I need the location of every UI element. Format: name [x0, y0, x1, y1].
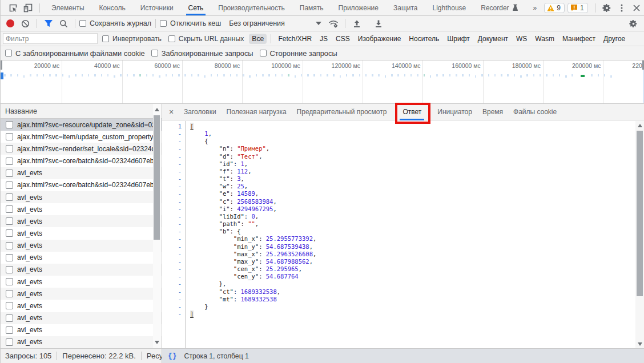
filter-chip-css[interactable]: CSS	[333, 34, 353, 44]
close-details-icon[interactable]: ×	[164, 107, 179, 116]
clear-icon[interactable]	[18, 17, 33, 30]
settings-gear-icon[interactable]	[599, 1, 614, 15]
request-row[interactable]: avl_evts	[1, 167, 162, 179]
request-checkbox[interactable]	[6, 121, 13, 128]
scroll-down-icon[interactable]	[638, 342, 642, 346]
scrollbar-thumb[interactable]	[637, 131, 643, 296]
network-settings-gear-icon[interactable]	[626, 17, 641, 30]
request-row[interactable]: avl_evts	[1, 191, 162, 203]
request-checkbox[interactable]	[6, 326, 13, 334]
request-checkbox[interactable]	[6, 290, 13, 297]
filter-chip-wasm[interactable]: Wasm	[532, 34, 557, 44]
main-tab-элементы[interactable]: Элементы	[44, 0, 92, 15]
request-checkbox[interactable]	[6, 229, 13, 237]
response-editor[interactable]: 1------------------------- [ 1, { "n": "…	[162, 121, 644, 348]
main-tab-консоль[interactable]: Консоль	[92, 0, 133, 15]
request-row[interactable]: avl_evts	[1, 264, 162, 276]
timeline-overview[interactable]: 20000 мс40000 мс60000 мс80000 мс100000 м…	[1, 61, 644, 104]
request-row[interactable]: ajax.html?svc=core/batch&sid=02324d607eb	[1, 155, 162, 167]
request-row[interactable]: avl_evts	[1, 215, 162, 227]
request-row[interactable]: avl_evts	[1, 324, 162, 336]
warnings-badge[interactable]: 9	[544, 3, 565, 13]
checkbox[interactable]	[151, 50, 158, 57]
name-column-header[interactable]: Название	[5, 107, 37, 115]
request-checkbox[interactable]	[6, 217, 13, 225]
request-checkbox[interactable]	[6, 242, 13, 249]
request-checkbox[interactable]	[6, 278, 13, 285]
request-row[interactable]: avl_evts	[1, 203, 162, 215]
filter-funnel-icon[interactable]	[41, 17, 56, 30]
details-tab-файлы-cookie[interactable]: Файлы cookie	[508, 104, 562, 120]
request-row[interactable]: avl_evts	[1, 312, 162, 324]
request-checkbox[interactable]	[6, 170, 13, 177]
filter-chip-js[interactable]: JS	[317, 34, 331, 44]
request-checkbox[interactable]	[6, 205, 13, 213]
main-tab-память[interactable]: Память	[292, 0, 331, 15]
more-options-kebab-icon[interactable]	[614, 1, 629, 15]
filter-chip-fetch-xhr[interactable]: Fetch/XHR	[275, 34, 315, 44]
timeline-left-handle[interactable]	[1, 61, 2, 70]
request-list-scrollbar[interactable]	[153, 104, 161, 348]
checkbox[interactable]	[168, 35, 175, 42]
request-row[interactable]: avl_evts	[1, 288, 162, 300]
request-checkbox[interactable]	[6, 302, 13, 309]
request-checkbox[interactable]	[6, 266, 13, 273]
request-row[interactable]: ajax.html?svc=core/batch&sid=02324d607eb	[1, 179, 162, 191]
filter-chip-манифест[interactable]: Манифест	[560, 34, 598, 44]
filter-chip-другое[interactable]: Другое	[601, 34, 628, 44]
scroll-up-icon[interactable]	[638, 124, 642, 127]
main-tab-защита[interactable]: Защита	[386, 0, 425, 15]
request-row[interactable]: ajax.html?svc=resource/update_zone&sid=0…	[1, 119, 162, 131]
request-checkbox[interactable]	[6, 314, 13, 322]
main-tab-источники[interactable]: Источники	[133, 0, 181, 15]
filter-chip-носитель[interactable]: Носитель	[406, 34, 442, 44]
blocked-cookies-checkbox[interactable]: С заблокированными файлами cookie	[5, 49, 145, 58]
checkbox[interactable]	[160, 20, 167, 27]
main-tab-сеть[interactable]: Сеть	[181, 0, 211, 15]
blocked-requests-checkbox[interactable]: Заблокированные запросы	[151, 49, 253, 58]
request-checkbox[interactable]	[6, 133, 13, 140]
details-tab-предварительный-просмотр[interactable]: Предварительный просмотр	[292, 104, 392, 120]
request-checkbox[interactable]	[6, 182, 13, 189]
request-row[interactable]: avl_evts	[1, 336, 162, 348]
details-tab-время[interactable]: Время	[477, 104, 508, 120]
hide-data-urls-checkbox[interactable]: Скрыть URL данных	[168, 35, 244, 43]
more-tabs-chevron[interactable]: »	[526, 0, 545, 15]
export-har-icon[interactable]	[371, 17, 386, 30]
throttling-select[interactable]: Без ограничения	[229, 19, 321, 27]
request-row[interactable]: avl_evts	[1, 252, 162, 264]
main-tab-приложение[interactable]: Приложение	[331, 0, 386, 15]
response-code[interactable]: [ 1, { "n": "Пример", "d": "Тест", "id":…	[190, 121, 635, 348]
issues-badge[interactable]: 1	[567, 3, 588, 13]
import-har-icon[interactable]	[349, 17, 364, 30]
checkbox[interactable]	[5, 50, 12, 57]
checkbox[interactable]	[260, 50, 267, 57]
request-row[interactable]: ajax.html?svc=item/update_custom_propert…	[1, 131, 162, 143]
details-tab-полезная-нагрузка[interactable]: Полезная нагрузка	[222, 104, 292, 120]
search-icon[interactable]	[56, 17, 71, 30]
request-checkbox[interactable]	[6, 338, 13, 346]
inspect-element-icon[interactable]	[6, 1, 21, 15]
filter-chip-ws[interactable]: WS	[513, 34, 530, 44]
request-checkbox[interactable]	[6, 193, 13, 201]
request-checkbox[interactable]	[6, 254, 13, 261]
format-pretty-print-icon[interactable]: {}	[168, 352, 177, 360]
checkbox[interactable]	[79, 20, 86, 27]
request-list-header[interactable]: Название	[1, 104, 162, 119]
disable-cache-checkbox[interactable]: Отключить кеш	[160, 19, 221, 27]
request-checkbox[interactable]	[6, 158, 13, 165]
request-row[interactable]: avl_evts	[1, 300, 162, 312]
filter-chip-изображение[interactable]: Изображение	[355, 34, 404, 44]
request-row[interactable]: avl_evts	[1, 227, 162, 239]
record-button[interactable]	[6, 19, 14, 27]
filter-chip-шрифт[interactable]: Шрифт	[444, 34, 472, 44]
filter-chip-all[interactable]: Все	[249, 34, 267, 44]
filter-input[interactable]	[3, 33, 98, 44]
network-conditions-icon[interactable]	[326, 17, 341, 30]
scroll-down-icon[interactable]	[155, 341, 159, 344]
scrollbar-thumb[interactable]	[154, 115, 160, 240]
invert-checkbox[interactable]: Инвертировать	[102, 35, 162, 43]
close-devtools-icon[interactable]	[629, 1, 644, 15]
main-tab-производительность[interactable]: Производительность	[211, 0, 292, 15]
scroll-up-icon[interactable]	[155, 108, 159, 111]
